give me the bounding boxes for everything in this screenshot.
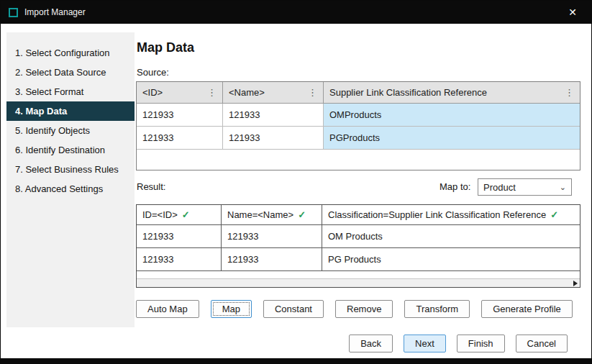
constant-button[interactable]: Constant — [263, 300, 324, 318]
source-column-header-classification[interactable]: Supplier Link Classification Reference ⋮ — [324, 82, 580, 104]
column-menu-icon[interactable]: ⋮ — [306, 87, 319, 98]
mapped-check-icon: ✓ — [550, 209, 558, 220]
wizard-steps-sidebar: 1. Select Configuration 2. Select Data S… — [6, 32, 135, 327]
chevron-down-icon: ⌄ — [560, 183, 566, 192]
result-header-row: ID=<ID> ✓ Name=<Name> ✓ Classification=S… — [137, 205, 580, 225]
source-label: Source: — [137, 67, 169, 78]
result-cell[interactable]: PG Products — [322, 248, 580, 271]
sidebar-item-map-data[interactable]: 4. Map Data — [6, 101, 135, 121]
result-table: ID=<ID> ✓ Name=<Name> ✓ Classification=S… — [136, 204, 580, 288]
table-row: 121933 121933 OM Products — [137, 225, 580, 248]
sidebar-item-select-configuration[interactable]: 1. Select Configuration — [6, 43, 135, 63]
generate-profile-button[interactable]: Generate Profile — [481, 300, 573, 318]
table-row: 121933 121933 PG Products — [137, 248, 580, 271]
app-icon — [9, 8, 18, 17]
mapping-actions: Auto Map Map Constant Remove Transform G… — [136, 300, 573, 318]
cancel-button[interactable]: Cancel — [516, 335, 568, 352]
map-button[interactable]: Map — [211, 300, 252, 318]
source-cell[interactable]: 121933 — [137, 127, 223, 150]
source-column-header-id[interactable]: <ID> ⋮ — [137, 82, 223, 104]
back-button[interactable]: Back — [349, 335, 393, 352]
result-cell[interactable]: 121933 — [222, 248, 322, 271]
map-to-select[interactable]: Product ⌄ — [478, 178, 572, 196]
wizard-navigation: Back Next Finish Cancel — [349, 335, 568, 352]
column-header-label: <Name> — [229, 87, 306, 98]
result-cell[interactable]: OM Products — [322, 225, 580, 248]
column-menu-icon[interactable]: ⋮ — [206, 87, 218, 98]
source-cell[interactable]: 121933 — [223, 104, 324, 127]
map-to-selected-value: Product — [483, 182, 516, 193]
column-menu-icon[interactable]: ⋮ — [563, 87, 575, 98]
table-row: 121933 121933 PGProducts — [137, 127, 580, 150]
result-cell[interactable]: 121933 — [222, 225, 322, 248]
result-column-header-classification[interactable]: Classification=Supplier Link Classificat… — [322, 205, 580, 225]
sidebar-item-select-format[interactable]: 3. Select Format — [6, 82, 135, 101]
column-header-label: <ID> — [142, 87, 206, 98]
source-table: <ID> ⋮ <Name> ⋮ Supplier Link Classifica… — [136, 81, 580, 170]
map-to-label: Map to: — [440, 181, 470, 192]
window-bottom-border — [1, 358, 591, 363]
close-icon[interactable]: ✕ — [564, 4, 581, 20]
source-header-row: <ID> ⋮ <Name> ⋮ Supplier Link Classifica… — [137, 82, 580, 104]
result-cell[interactable]: 121933 — [137, 225, 222, 248]
source-cell[interactable]: 121933 — [137, 104, 223, 127]
result-label: Result: — [137, 181, 165, 192]
column-header-label: Supplier Link Classification Reference — [329, 87, 563, 98]
source-cell[interactable]: OMProducts — [324, 104, 580, 127]
sidebar-item-select-business-rules[interactable]: 7. Select Business Rules — [6, 160, 135, 179]
scrollbar-right-arrow-icon[interactable] — [573, 281, 578, 286]
next-button[interactable]: Next — [404, 335, 446, 352]
result-column-header-name[interactable]: Name=<Name> ✓ — [222, 205, 322, 225]
sidebar-item-advanced-settings[interactable]: 8. Advanced Settings — [6, 179, 135, 199]
auto-map-button[interactable]: Auto Map — [136, 300, 199, 318]
sidebar-item-select-data-source[interactable]: 2. Select Data Source — [6, 63, 135, 82]
titlebar: Import Manager ✕ — [1, 1, 591, 24]
transform-button[interactable]: Transform — [404, 300, 470, 318]
sidebar-item-identify-objects[interactable]: 5. Identify Objects — [6, 121, 135, 140]
window-title: Import Manager — [24, 7, 86, 17]
column-header-label: Name=<Name> — [227, 209, 293, 220]
sidebar-item-identify-destination[interactable]: 6. Identify Destination — [6, 140, 135, 160]
source-column-header-name[interactable]: <Name> ⋮ — [223, 82, 324, 104]
result-column-header-id[interactable]: ID=<ID> ✓ — [137, 205, 222, 225]
horizontal-scrollbar[interactable] — [137, 278, 580, 287]
mapped-check-icon: ✓ — [298, 209, 306, 220]
import-manager-window: Import Manager ✕ 1. Select Configuration… — [0, 0, 592, 364]
page-title: Map Data — [137, 40, 194, 55]
result-table-empty-area — [137, 271, 580, 278]
remove-button[interactable]: Remove — [335, 300, 393, 318]
result-cell[interactable]: 121933 — [137, 248, 222, 271]
source-cell[interactable]: 121933 — [223, 127, 324, 150]
column-header-label: Classification=Supplier Link Classificat… — [328, 209, 546, 220]
column-header-label: ID=<ID> — [142, 209, 178, 220]
finish-button[interactable]: Finish — [457, 335, 505, 352]
mapped-check-icon: ✓ — [182, 209, 190, 220]
table-row: 121933 121933 OMProducts — [137, 104, 580, 127]
source-cell[interactable]: PGProducts — [324, 127, 580, 150]
